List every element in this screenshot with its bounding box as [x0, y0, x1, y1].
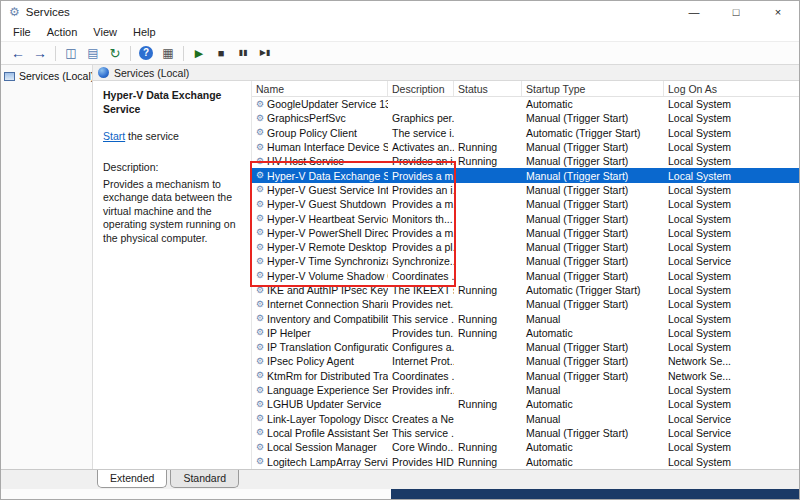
- table-row[interactable]: ⚙IP HelperProvides tun...RunningAutomati…: [252, 326, 799, 340]
- service-gear-icon: ⚙: [256, 357, 264, 366]
- table-row[interactable]: ⚙Internet Connection Sharing...Provides …: [252, 297, 799, 311]
- table-row[interactable]: ⚙IKE and AuthIP IPsec Keying ...The IKEE…: [252, 283, 799, 297]
- service-logon-cell: Local Service: [664, 255, 799, 267]
- start-service-link[interactable]: Start: [103, 130, 125, 142]
- help-icon[interactable]: ?: [139, 46, 153, 60]
- column-header-status[interactable]: Status: [454, 81, 522, 96]
- service-logon-cell: Local System: [664, 98, 799, 110]
- service-name-text: Language Experience Service: [267, 384, 388, 396]
- menu-help[interactable]: Help: [125, 25, 164, 39]
- column-header-log-on-as[interactable]: Log On As: [664, 81, 799, 96]
- service-description-cell: The service i...: [388, 127, 454, 139]
- service-gear-icon: ⚙: [256, 114, 264, 123]
- service-logon-cell: Local System: [664, 384, 799, 396]
- service-logon-cell: Local System: [664, 141, 799, 153]
- table-row[interactable]: ⚙KtmRm for Distributed Trans...Coordinat…: [252, 369, 799, 383]
- table-row[interactable]: ⚙Hyper-V Heartbeat ServiceMonitors th...…: [252, 211, 799, 225]
- column-header-description[interactable]: Description: [388, 81, 454, 96]
- app-body: Services (Local) Services (Local) Hyper-…: [1, 65, 799, 469]
- menubar: File Action View Help: [1, 23, 799, 41]
- service-name-text: KtmRm for Distributed Trans...: [267, 370, 388, 382]
- service-startup-cell: Manual (Trigger Start): [522, 298, 664, 310]
- console-tree-icon[interactable]: ◫: [61, 43, 81, 63]
- service-name-cell: ⚙Human Interface Device Serv...: [252, 141, 388, 153]
- table-row[interactable]: ⚙Hyper-V Guest Shutdown Se...Provides a …: [252, 197, 799, 211]
- column-header-name[interactable]: Name: [252, 81, 388, 96]
- service-name-text: IP Helper: [267, 327, 311, 339]
- table-row[interactable]: ⚙Hyper-V Data Exchange Serv...Provides a…: [252, 168, 799, 182]
- service-logon-cell: Local System: [664, 327, 799, 339]
- service-description-cell: Provides an i...: [388, 155, 454, 167]
- restart-service-icon[interactable]: ▶▮: [255, 43, 275, 63]
- service-name-cell: ⚙GoogleUpdater Service 130...: [252, 98, 388, 110]
- table-row[interactable]: ⚙Hyper-V Volume Shadow Co...Coordinates …: [252, 269, 799, 283]
- service-logon-cell: Local System: [664, 127, 799, 139]
- properties-icon[interactable]: ▦: [158, 43, 178, 63]
- back-icon[interactable]: ←: [8, 43, 28, 63]
- service-name-text: GraphicsPerfSvc: [267, 112, 346, 124]
- service-startup-cell: Manual (Trigger Start): [522, 170, 664, 182]
- table-row[interactable]: ⚙Logitech LampArray ServiceProvides HID.…: [252, 454, 799, 468]
- menu-action[interactable]: Action: [39, 25, 86, 39]
- service-startup-cell: Manual (Trigger Start): [522, 341, 664, 353]
- menu-view[interactable]: View: [85, 25, 125, 39]
- start-service-icon[interactable]: ▶: [189, 43, 209, 63]
- service-logon-cell: Local System: [664, 313, 799, 325]
- export-list-icon[interactable]: ▤: [83, 43, 103, 63]
- description-text: Provides a mechanism to exchange data be…: [103, 178, 243, 246]
- stop-service-icon[interactable]: ■: [211, 43, 231, 63]
- tree-item-services-local[interactable]: Services (Local): [1, 68, 92, 84]
- service-name-text: HV Host Service: [267, 155, 344, 167]
- console-root-icon: [4, 72, 15, 81]
- table-row[interactable]: ⚙Link-Layer Topology Discove...Creates a…: [252, 412, 799, 426]
- main-header: Services (Local): [93, 65, 799, 81]
- service-logon-cell: Local System: [664, 241, 799, 253]
- start-service-line: Start the service: [103, 130, 243, 144]
- tab-extended[interactable]: Extended: [97, 470, 167, 488]
- service-gear-icon: ⚙: [256, 271, 264, 280]
- table-row[interactable]: ⚙Hyper-V Remote Desktop Vi...Provides a …: [252, 240, 799, 254]
- forward-icon[interactable]: →: [30, 43, 50, 63]
- service-description-cell: Graphics per...: [388, 112, 454, 124]
- service-gear-icon: ⚙: [256, 328, 264, 337]
- bottom-strip-left: [1, 489, 391, 500]
- table-row[interactable]: ⚙Hyper-V Time Synchronizati...Synchroniz…: [252, 254, 799, 268]
- table-row[interactable]: ⚙Inventory and Compatibility...This serv…: [252, 311, 799, 325]
- minimize-button[interactable]: —: [673, 1, 715, 23]
- menu-file[interactable]: File: [5, 25, 39, 39]
- service-gear-icon: ⚙: [256, 414, 264, 423]
- service-name-cell: ⚙Local Profile Assistant Service: [252, 427, 388, 439]
- table-row[interactable]: ⚙Human Interface Device Serv...Activates…: [252, 140, 799, 154]
- table-row[interactable]: ⚙GoogleUpdater Service 130...AutomaticLo…: [252, 97, 799, 111]
- table-row[interactable]: ⚙LGHUB Updater ServiceRunningAutomaticLo…: [252, 397, 799, 411]
- table-row[interactable]: ⚙GraphicsPerfSvcGraphics per...Manual (T…: [252, 111, 799, 125]
- service-startup-cell: Manual (Trigger Start): [522, 184, 664, 196]
- tab-standard[interactable]: Standard: [170, 470, 239, 488]
- table-row[interactable]: ⚙Local Session ManagerCore Windo...Runni…: [252, 440, 799, 454]
- close-button[interactable]: ×: [757, 1, 799, 23]
- service-gear-icon: ⚙: [256, 386, 264, 395]
- service-startup-cell: Automatic (Trigger Start): [522, 127, 664, 139]
- table-row[interactable]: ⚙IPsec Policy AgentInternet Prot...Manua…: [252, 354, 799, 368]
- service-description-cell: Provides an i...: [388, 184, 454, 196]
- service-gear-icon: ⚙: [256, 400, 264, 409]
- service-description-cell: Provides infr...: [388, 384, 454, 396]
- pause-service-icon[interactable]: ▮▮: [233, 43, 253, 63]
- service-gear-icon: ⚙: [256, 243, 264, 252]
- service-gear-icon: ⚙: [256, 228, 264, 237]
- table-row[interactable]: ⚙IP Translation Configuration ...Configu…: [252, 340, 799, 354]
- column-header-startup-type[interactable]: Startup Type: [522, 81, 664, 96]
- service-name-cell: ⚙Hyper-V Data Exchange Serv...: [252, 170, 388, 182]
- refresh-icon[interactable]: ↻: [105, 43, 125, 63]
- table-row[interactable]: ⚙Hyper-V Guest Service Interf...Provides…: [252, 183, 799, 197]
- service-name-text: Hyper-V Data Exchange Serv...: [267, 170, 388, 182]
- service-logon-cell: Local System: [664, 213, 799, 225]
- maximize-button[interactable]: □: [715, 1, 757, 23]
- service-gear-icon: ⚙: [256, 128, 264, 137]
- table-row[interactable]: ⚙Language Experience ServiceProvides inf…: [252, 383, 799, 397]
- table-row[interactable]: ⚙Local Profile Assistant ServiceThis ser…: [252, 426, 799, 440]
- table-row[interactable]: ⚙Group Policy ClientThe service i...Auto…: [252, 126, 799, 140]
- service-name-cell: ⚙Hyper-V Remote Desktop Vi...: [252, 241, 388, 253]
- table-row[interactable]: ⚙HV Host ServiceProvides an i...RunningM…: [252, 154, 799, 168]
- table-row[interactable]: ⚙Hyper-V PowerShell Direct S...Provides …: [252, 226, 799, 240]
